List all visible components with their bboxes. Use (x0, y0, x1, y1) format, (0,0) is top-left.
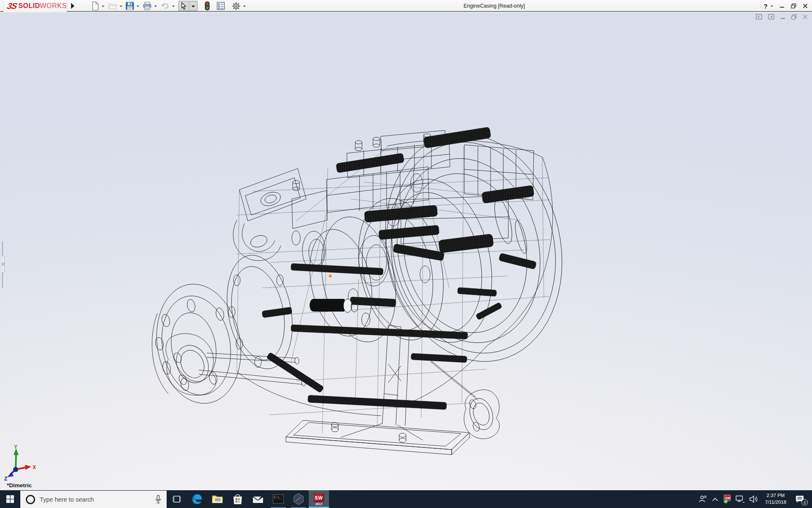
document-title: EngineCasing [Read-only] (464, 0, 525, 12)
mail-button[interactable] (248, 490, 268, 508)
action-center-button[interactable]: 3 (791, 490, 809, 508)
select-dropdown-caret[interactable] (192, 6, 195, 7)
tray-time: 2:37 PM (765, 492, 786, 499)
hexagon-app-icon (293, 493, 304, 505)
threaded-rods (262, 127, 537, 410)
doc-restore-button[interactable] (791, 14, 797, 19)
menu-flyout-arrow-icon[interactable] (71, 3, 74, 9)
options-button[interactable] (230, 0, 242, 11)
engine-stand (166, 325, 499, 455)
solidworks-resource-monitor-icon: SW (722, 494, 732, 504)
tray-date: 7/11/2018 (765, 499, 786, 506)
store-icon (233, 494, 243, 505)
system-tray: SW 2:37 PM 7/11/2018 (696, 490, 812, 508)
task-view-icon (173, 496, 181, 502)
cortana-circle-icon (25, 494, 36, 505)
hidden-icons-button[interactable] (710, 490, 721, 508)
people-icon (699, 495, 707, 503)
file-properties-button[interactable] (215, 0, 226, 11)
rebuild-traffic-light-icon (205, 1, 210, 11)
save-dropdown-caret[interactable] (137, 6, 139, 7)
brand-name-bold: SOLID (18, 2, 40, 10)
undo-button[interactable] (159, 0, 171, 11)
solidworks-2017-icon: SW 2017 (313, 493, 324, 505)
restore-button[interactable] (791, 3, 796, 8)
open-folder-icon (108, 2, 117, 10)
clock-tray[interactable]: 2:37 PM 7/11/2018 (760, 490, 791, 508)
view-orientation-label: *Dimetric (7, 482, 32, 489)
select-split-divider (189, 2, 189, 10)
mail-icon (252, 495, 263, 503)
z-axis-label: Z (4, 476, 7, 481)
print-icon (143, 2, 152, 10)
open-dropdown-caret[interactable] (120, 6, 122, 7)
solidworks-logo[interactable]: 3S SOLID WORKS (3, 0, 67, 12)
search-input[interactable] (40, 496, 151, 503)
task-view-button[interactable] (167, 490, 187, 508)
help-dropdown-caret[interactable] (771, 6, 773, 7)
new-dropdown-caret[interactable] (102, 6, 104, 7)
triad-origin-ball (13, 467, 18, 472)
doc-close-button[interactable] (803, 14, 808, 19)
quick-access-toolbar (90, 0, 248, 12)
new-document-button[interactable] (90, 0, 101, 11)
taskbar-search[interactable] (20, 491, 167, 508)
minimize-button[interactable] (779, 3, 785, 8)
notification-count-badge: 3 (801, 499, 808, 505)
edge-icon (192, 494, 203, 505)
edge-button[interactable] (187, 490, 207, 508)
select-cursor-icon (180, 2, 187, 10)
network-icon (735, 495, 745, 503)
window-controls: ? (764, 0, 808, 12)
black-cylinder (310, 299, 358, 312)
rebuild-button[interactable] (203, 0, 211, 11)
origin-marker (329, 275, 332, 278)
brand-mark: 3S (6, 1, 18, 11)
document-window-controls (756, 14, 808, 19)
undo-dropdown-caret[interactable] (172, 6, 175, 7)
command-prompt-button[interactable]: C:\_ (268, 490, 288, 508)
dock-left-icon[interactable] (756, 14, 762, 19)
x-axis-label: X (33, 464, 36, 470)
x-axis-arrow (25, 465, 31, 470)
options-dropdown-caret[interactable] (243, 6, 246, 7)
store-button[interactable] (228, 490, 248, 508)
chevron-up-icon (712, 497, 718, 501)
windows-taskbar: C:\_ SW 2017 SW (0, 490, 812, 508)
dock-right-icon[interactable] (768, 14, 774, 19)
reference-triad: Y X Z (2, 445, 40, 481)
windows-logo-icon (6, 495, 14, 503)
brand-name-light: WORKS (40, 2, 66, 10)
select-tool-button[interactable] (178, 1, 198, 11)
volume-tray[interactable] (747, 490, 760, 508)
file-properties-icon (217, 2, 225, 10)
close-button[interactable] (803, 3, 808, 8)
doc-minimize-button[interactable] (780, 14, 785, 19)
open-button[interactable] (107, 0, 118, 11)
file-explorer-icon (212, 494, 223, 504)
solidworks-app-button[interactable]: SW 2017 (309, 490, 329, 508)
hexagon-app-button[interactable] (288, 490, 309, 508)
volume-icon (749, 495, 758, 503)
save-button[interactable] (124, 0, 135, 11)
y-axis-label: Y (14, 445, 17, 450)
graphics-viewport[interactable]: Y X Z *Dimetric (0, 13, 812, 490)
undo-icon (160, 2, 170, 10)
solidworks-monitor-tray[interactable]: SW (721, 490, 733, 508)
print-dropdown-caret[interactable] (154, 6, 157, 7)
options-gear-icon (232, 2, 241, 11)
titlebar: 3S SOLID WORKS (0, 0, 812, 12)
file-explorer-button[interactable] (207, 490, 228, 508)
command-prompt-icon: C:\_ (273, 494, 284, 504)
engine-casing-wireframe-model[interactable] (0, 13, 812, 490)
help-button[interactable]: ? (764, 3, 768, 10)
people-button[interactable] (696, 490, 710, 508)
network-tray[interactable] (733, 490, 747, 508)
start-button[interactable] (0, 490, 20, 508)
new-document-icon (91, 1, 99, 11)
save-floppy-icon (126, 2, 134, 10)
print-button[interactable] (141, 0, 153, 11)
microphone-icon[interactable] (155, 495, 162, 504)
